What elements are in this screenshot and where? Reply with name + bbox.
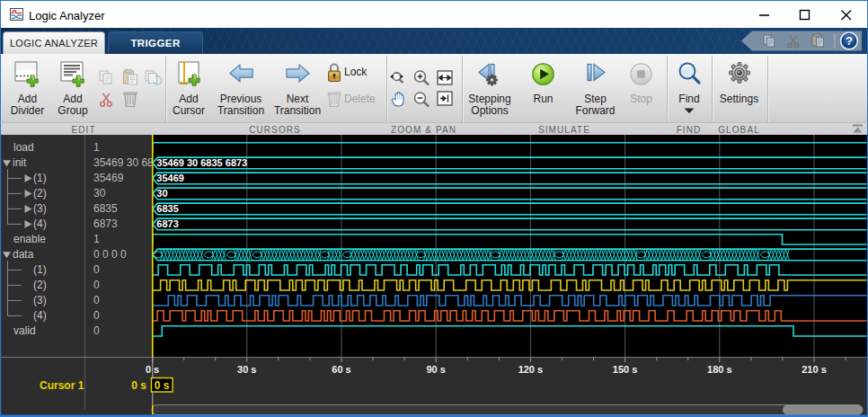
svg-text:180 s: 180 s xyxy=(707,364,732,375)
svg-text:1: 1 xyxy=(93,233,100,245)
svg-text:6835: 6835 xyxy=(156,203,178,214)
svg-text:6835: 6835 xyxy=(93,202,118,215)
svg-text:60 s: 60 s xyxy=(332,364,350,375)
svg-text:6873: 6873 xyxy=(93,217,118,230)
svg-text:35469 30 6835 6873: 35469 30 6835 6873 xyxy=(156,157,247,168)
svg-text:120 s: 120 s xyxy=(518,364,544,375)
svg-text:0: 0 xyxy=(93,324,100,337)
svg-text:(1): (1) xyxy=(33,263,47,276)
svg-text:valid: valid xyxy=(13,324,36,337)
svg-text:1: 1 xyxy=(93,141,100,154)
svg-text:data: data xyxy=(13,248,34,261)
svg-text:(3): (3) xyxy=(33,202,47,215)
svg-text:(2): (2) xyxy=(33,187,47,200)
svg-text:?: ? xyxy=(846,34,853,48)
svg-text:(4): (4) xyxy=(33,309,47,322)
svg-text:Cursor 1: Cursor 1 xyxy=(40,379,84,392)
svg-text:0: 0 xyxy=(93,309,100,322)
svg-text:(1): (1) xyxy=(33,172,47,184)
svg-text:0 s: 0 s xyxy=(155,379,170,392)
svg-text:load: load xyxy=(13,141,34,154)
svg-text:0 s: 0 s xyxy=(131,379,146,392)
svg-text:35469: 35469 xyxy=(156,173,184,183)
svg-text:6873: 6873 xyxy=(156,218,178,229)
svg-text:(4): (4) xyxy=(33,217,47,230)
svg-text:(3): (3) xyxy=(33,294,47,306)
svg-text:0: 0 xyxy=(93,263,100,276)
svg-text:35469: 35469 xyxy=(93,172,124,184)
svg-text:30 s: 30 s xyxy=(237,364,256,375)
svg-text:150 s: 150 s xyxy=(613,364,638,375)
svg-text:0: 0 xyxy=(93,294,100,306)
svg-text:init: init xyxy=(13,156,27,169)
svg-text:30: 30 xyxy=(93,187,106,200)
svg-text:90 s: 90 s xyxy=(426,364,445,375)
svg-text:enable: enable xyxy=(13,233,46,245)
svg-text:210 s: 210 s xyxy=(802,364,827,375)
svg-text:30: 30 xyxy=(156,188,167,199)
svg-text:(2): (2) xyxy=(33,279,47,291)
svg-text:0: 0 xyxy=(93,279,100,291)
svg-text:0 0 0 0: 0 0 0 0 xyxy=(93,248,127,261)
